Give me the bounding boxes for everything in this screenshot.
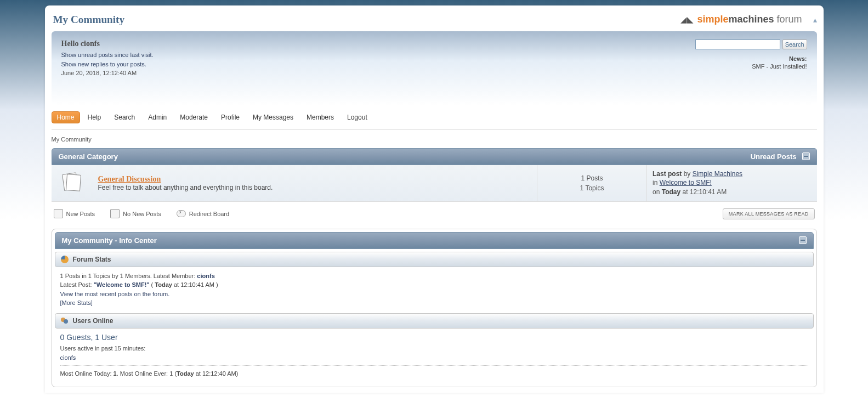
- stats-icon: [61, 256, 69, 263]
- category-title[interactable]: General Category: [59, 152, 118, 161]
- current-datetime: June 20, 2018, 12:12:40 AM: [61, 70, 137, 76]
- board-row: General Discussion Feel free to talk abo…: [52, 165, 817, 202]
- legend-new-posts: New Posts: [54, 209, 95, 218]
- legend-no-new-posts: No New Posts: [110, 209, 161, 218]
- new-posts-icon: [54, 209, 63, 218]
- board-posts: 1 Posts: [581, 174, 603, 182]
- view-recent-posts-link[interactable]: View the most recent posts on the forum.: [60, 291, 170, 297]
- forum-title[interactable]: My Community: [53, 14, 125, 26]
- menu-item-home[interactable]: Home: [52, 111, 80, 123]
- search-button[interactable]: Search: [782, 39, 807, 49]
- users-online-count: 0 Guests, 1 User: [60, 333, 808, 342]
- info-center-header: My Community - Info Center: [55, 232, 814, 249]
- menu-item-search[interactable]: Search: [109, 111, 140, 123]
- breadcrumb[interactable]: My Community: [52, 136, 817, 143]
- board-icon: [62, 172, 82, 192]
- new-replies-link[interactable]: Show new replies to your posts.: [61, 61, 146, 67]
- board-description: Feel free to talk about anything and eve…: [98, 184, 273, 191]
- menu-item-help[interactable]: Help: [82, 111, 107, 123]
- no-new-posts-icon: [110, 209, 120, 218]
- unread-posts-link-cat[interactable]: Unread Posts: [751, 152, 797, 161]
- lastpost-author-link[interactable]: Simple Machines: [693, 170, 742, 178]
- redirect-icon: [177, 210, 186, 217]
- smf-logo-icon: ◢◣: [680, 15, 694, 25]
- category-collapse-icon[interactable]: [802, 152, 810, 160]
- lastpost-topic-link[interactable]: Welcome to SMF!: [660, 179, 712, 186]
- menu-item-moderate[interactable]: Moderate: [174, 111, 213, 123]
- more-stats-link[interactable]: [More Stats]: [60, 299, 93, 306]
- board-title-link[interactable]: General Discussion: [98, 175, 161, 183]
- board-topics: 1 Topics: [580, 184, 604, 192]
- legend-redirect: Redirect Board: [177, 210, 229, 217]
- menu-item-logout[interactable]: Logout: [342, 111, 373, 123]
- users-online-icon: [61, 317, 69, 325]
- news-label: News:: [789, 55, 807, 62]
- news-text: SMF - Just Installed!: [752, 63, 807, 70]
- online-user-link[interactable]: cionfs: [60, 354, 76, 361]
- menu-item-admin[interactable]: Admin: [143, 111, 172, 123]
- menu-item-members[interactable]: Members: [301, 111, 339, 123]
- search-input[interactable]: [695, 39, 780, 49]
- menu-item-my-messages[interactable]: My Messages: [247, 111, 299, 123]
- header-collapse-icon[interactable]: ▴: [813, 15, 817, 24]
- forum-stats-title: Forum Stats: [73, 256, 111, 263]
- main-menu: HomeHelpSearchAdminModerateProfileMy Mes…: [52, 108, 817, 129]
- category-header: General Category Unread Posts: [52, 148, 817, 165]
- mark-all-read-button[interactable]: Mark All Messages As Read: [723, 208, 815, 219]
- latest-post-link[interactable]: "Welcome to SMF!": [94, 281, 150, 288]
- user-panel: Hello cionfs Show unread posts since las…: [52, 31, 817, 105]
- users-online-title: Users Online: [73, 317, 114, 325]
- greeting: Hello cionfs: [61, 39, 154, 48]
- menu-item-profile[interactable]: Profile: [215, 111, 245, 123]
- latest-member-link[interactable]: cionfs: [197, 273, 214, 279]
- smf-logo: ◢◣ simplemachines forum ▴: [680, 14, 816, 25]
- unread-posts-link[interactable]: Show unread posts since last visit.: [61, 52, 154, 58]
- info-center-collapse-icon[interactable]: [799, 236, 807, 244]
